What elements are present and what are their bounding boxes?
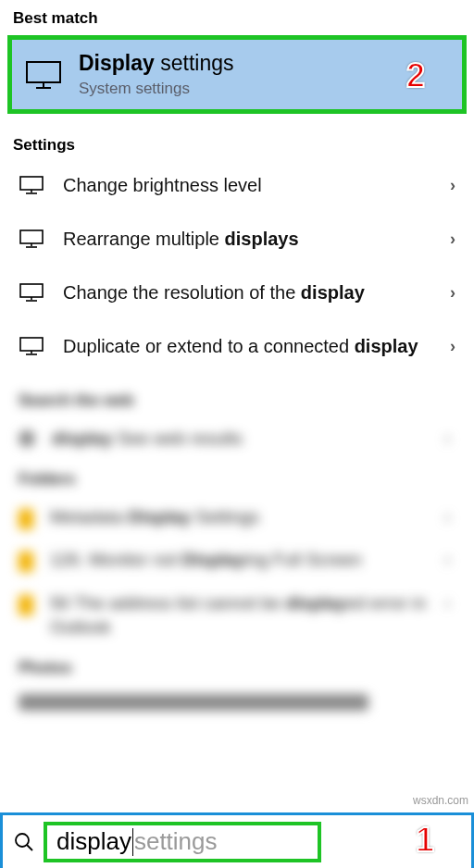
annotation-badge-2: 2 (406, 56, 425, 95)
chevron-right-icon: › (445, 595, 450, 612)
settings-results-list: Change brightness level › Rearrange mult… (0, 158, 474, 373)
search-suggestion-text: settings (134, 827, 218, 856)
svg-rect-6 (20, 230, 43, 243)
best-match-title: Display settings (79, 51, 233, 76)
folder-label: 126. Monitor not Displaying Full Screen (50, 548, 362, 573)
monitor-icon (19, 336, 44, 356)
photos-header: Photos (19, 659, 455, 677)
monitor-icon (19, 282, 44, 303)
folder-label: Metadata Display Settings (50, 505, 259, 530)
search-web-header: Search the web (19, 391, 455, 410)
watermark: wsxdn.com (413, 794, 468, 807)
blurred-content: Search the web display See web results ›… (0, 373, 474, 711)
folder-icon (19, 595, 33, 615)
annotation-badge-1: 1 (416, 821, 434, 860)
svg-rect-12 (20, 338, 43, 351)
chevron-right-icon: › (445, 552, 450, 568)
monitor-icon (19, 175, 44, 195)
search-bar: display settings 1 (0, 812, 474, 868)
chevron-right-icon: › (450, 283, 455, 303)
monitor-icon (25, 60, 62, 90)
svg-rect-9 (20, 284, 43, 297)
folder-row[interactable]: Metadata Display Settings › (19, 496, 455, 539)
chevron-right-icon: › (445, 509, 450, 526)
search-typed-text: display (56, 827, 131, 856)
result-label: Change brightness level (63, 173, 443, 198)
search-input[interactable]: display settings (44, 822, 321, 862)
search-icon (12, 832, 36, 852)
result-label: Rearrange multiple displays (63, 227, 443, 252)
best-match-subtitle: System settings (79, 80, 233, 98)
folder-row[interactable]: 56 The address list cannot be displayed … (19, 582, 455, 650)
best-match-header: Best match (0, 0, 474, 31)
chevron-right-icon: › (450, 176, 455, 195)
best-match-result[interactable]: Display settings System settings 2 (7, 35, 467, 114)
svg-line-16 (27, 845, 32, 850)
result-change-resolution[interactable]: Change the resolution of the display › (7, 266, 467, 319)
text-caret (132, 828, 133, 856)
svg-point-15 (16, 834, 29, 847)
search-icon (19, 430, 35, 447)
chevron-right-icon: › (450, 229, 455, 249)
chevron-right-icon: › (445, 430, 450, 447)
best-match-text: Display settings System settings (79, 51, 233, 98)
photo-row[interactable] (19, 685, 455, 707)
result-duplicate-extend[interactable]: Duplicate or extend to a connected displ… (7, 319, 467, 373)
settings-header: Settings (0, 127, 474, 158)
chevron-right-icon: › (450, 337, 455, 356)
folder-icon (19, 509, 33, 529)
folder-row[interactable]: 126. Monitor not Displaying Full Screen … (19, 539, 455, 582)
result-rearrange-displays[interactable]: Rearrange multiple displays › (7, 212, 467, 266)
folder-label: 56 The address list cannot be displayed … (50, 591, 455, 640)
folder-icon (19, 552, 33, 572)
svg-rect-3 (20, 177, 43, 190)
monitor-icon (19, 229, 44, 249)
result-label: Duplicate or extend to a connected displ… (63, 334, 443, 359)
web-result-label: display See web results (52, 427, 243, 452)
web-result-row[interactable]: display See web results › (19, 417, 455, 461)
result-label: Change the resolution of the display (63, 280, 443, 305)
folders-header: Folders (19, 470, 455, 489)
result-change-brightness[interactable]: Change brightness level › (7, 158, 467, 212)
svg-rect-0 (27, 62, 60, 82)
